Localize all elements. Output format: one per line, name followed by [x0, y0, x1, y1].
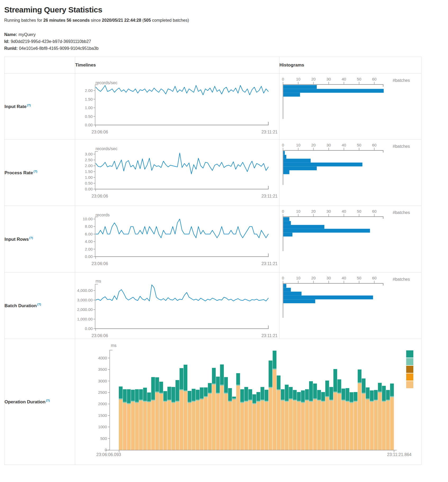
stacked-bar-bottom-segment: [147, 402, 151, 450]
stacked-bar-bottom-segment: [277, 390, 280, 450]
stacked-bar-top-segment: [265, 390, 268, 401]
help-icon[interactable]: (?): [27, 104, 31, 107]
stacked-bar-top-segment: [135, 389, 139, 402]
stacked-bar-middle-segment: [248, 400, 252, 401]
svg-text:50: 50: [357, 77, 361, 81]
stacked-bar-middle-segment: [374, 400, 378, 401]
stacked-bar-middle-segment: [305, 400, 309, 401]
svg-text:#batches: #batches: [393, 144, 410, 149]
query-name-label: Name:: [4, 32, 17, 37]
stacked-bar-bottom-segment: [337, 394, 341, 450]
svg-text:60: 60: [372, 209, 377, 213]
stacked-bar-middle-segment: [151, 400, 155, 401]
svg-text:6.00: 6.00: [85, 232, 93, 236]
svg-text:2,000.00: 2,000.00: [77, 307, 93, 312]
stacked-bar-top-segment: [204, 387, 207, 396]
input-rate-timeline-chart: records/sec2.001.501.000.500.0023:06:062…: [75, 74, 279, 139]
svg-text:50: 50: [357, 143, 361, 147]
stacked-bar-bottom-segment: [248, 400, 252, 450]
stacked-bar-middle-segment: [168, 400, 171, 401]
row-label-text: Batch Duration: [4, 303, 37, 308]
stacked-bar-top-segment: [208, 383, 212, 393]
running-duration: 26 minutes 56 seconds: [43, 18, 90, 23]
query-runid-value: 04e101e6-8bf8-4165-9099-9104c951ba3b: [19, 46, 99, 51]
stacked-bar-middle-segment: [163, 401, 167, 402]
stacked-bar-bottom-segment: [208, 394, 212, 450]
stacked-bar-bottom-segment: [184, 391, 187, 450]
histogram-bar: [283, 151, 285, 155]
stacked-bar-middle-segment: [155, 392, 159, 393]
svg-text:10: 10: [296, 143, 301, 147]
svg-text:0: 0: [282, 209, 284, 213]
row-label-input-rows: Input Rows(?): [4, 206, 75, 273]
svg-text:1,000.00: 1,000.00: [77, 317, 93, 321]
svg-text:40: 40: [342, 209, 346, 213]
help-icon[interactable]: (?): [46, 399, 50, 402]
histogram-bar: [283, 159, 311, 163]
stacked-bar-bottom-segment: [382, 402, 386, 450]
stacked-bar-middle-segment: [354, 401, 357, 402]
query-name-value: myQuery: [19, 32, 36, 37]
stacked-bar-top-segment: [354, 392, 357, 401]
running-summary: Running batches for 26 minutes 56 second…: [4, 18, 448, 23]
histogram-bar: [283, 233, 293, 236]
stacked-bar-top-segment: [155, 377, 159, 392]
stacked-bar-bottom-segment: [151, 400, 155, 450]
stacked-bar-bottom-segment: [301, 403, 305, 450]
histogram-bar: [283, 288, 291, 292]
stacked-bar-middle-segment: [252, 403, 256, 404]
stacked-bar-top-segment: [366, 387, 369, 399]
stacked-bar-middle-segment: [390, 396, 394, 397]
stacked-bar-bottom-segment: [196, 400, 200, 450]
svg-text:3.00: 3.00: [85, 152, 93, 156]
svg-text:0.00: 0.00: [85, 326, 93, 331]
stacked-bar-top-segment: [370, 390, 374, 401]
input-rate-timeline-cell: records/sec2.001.501.000.500.0023:06:062…: [75, 74, 279, 140]
stacked-bar-middle-segment: [342, 400, 345, 401]
help-icon[interactable]: (?): [37, 303, 41, 306]
stacked-bar-middle-segment: [159, 393, 163, 394]
stacked-bar-bottom-segment: [216, 394, 220, 450]
stacked-bar-middle-segment: [293, 400, 297, 401]
stacked-bar-bottom-segment: [143, 402, 147, 450]
stacked-bar-top-segment: [151, 377, 155, 400]
stacked-bar-top-segment: [175, 380, 179, 401]
svg-text:23:11:21: 23:11:21: [261, 261, 278, 266]
stacked-bar-bottom-segment: [390, 397, 394, 450]
stacked-bar-middle-segment: [329, 400, 333, 401]
help-icon[interactable]: (?): [34, 170, 37, 173]
histogram-bar: [283, 221, 291, 225]
stacked-bar-top-segment: [188, 391, 191, 402]
stacked-bar-bottom-segment: [305, 400, 309, 450]
stacked-bar-bottom-segment: [342, 400, 345, 450]
stacked-bar-bottom-segment: [135, 403, 139, 450]
stacked-bar-middle-segment: [212, 383, 216, 385]
svg-text:4.00: 4.00: [85, 239, 93, 244]
stacked-bar-top-segment: [293, 390, 297, 400]
process-rate-timeline-chart: records/sec3.002.502.001.501.000.500.002…: [75, 140, 279, 206]
stacked-bar-bottom-segment: [256, 402, 260, 450]
stacked-bar-middle-segment: [147, 401, 151, 402]
row-label-text: Operation Duration: [4, 399, 46, 404]
help-icon[interactable]: (?): [29, 236, 33, 239]
stacked-bar-middle-segment: [184, 390, 187, 391]
process-rate-histogram-chart: 0102030405060#batches: [279, 140, 421, 206]
svg-text:1.50: 1.50: [85, 169, 93, 174]
stacked-bar-top-segment: [220, 364, 224, 385]
svg-text:23:06:06.093: 23:06:06.093: [96, 452, 121, 457]
stacked-bar-bottom-segment: [252, 404, 256, 450]
stacked-bar-top-segment: [374, 390, 378, 400]
stacked-bar-bottom-segment: [325, 397, 329, 450]
stacked-bar-top-segment: [281, 389, 284, 400]
stacked-bar-top-segment: [329, 387, 333, 400]
stacked-bar-middle-segment: [382, 401, 386, 402]
svg-text:10: 10: [296, 209, 301, 213]
stacked-bar-top-segment: [317, 390, 321, 400]
histogram-bar: [283, 217, 289, 221]
stacked-bar-bottom-segment: [212, 385, 216, 450]
stacked-bar-top-segment: [244, 387, 248, 401]
stacked-bar-top-segment: [171, 387, 175, 402]
row-process-rate: Process Rate(?) records/sec3.002.502.001…: [4, 140, 422, 206]
svg-text:ms: ms: [96, 279, 101, 283]
stacked-bar-bottom-segment: [131, 402, 135, 450]
